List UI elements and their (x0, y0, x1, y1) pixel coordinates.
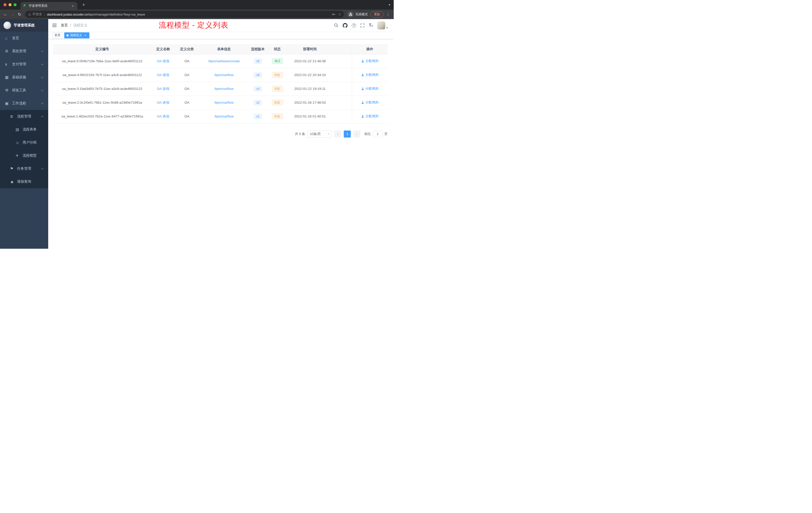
page-size-value: 10条/页 (310, 132, 321, 136)
definition-name-link[interactable]: OA 请假 (157, 87, 170, 91)
sidebar-item-icon: ☺ (16, 141, 22, 145)
status-badge: 挂起 (272, 72, 283, 78)
sidebar-item-label: 首页 (12, 36, 19, 40)
sidebar-item-payment-management[interactable]: ¥ 支付管理 (0, 58, 48, 71)
address-bar[interactable]: ⚠ 不安全 | dashboard.yudao.iocoder.cn/bpm/m… (25, 11, 344, 18)
window-zoom-button[interactable] (13, 3, 17, 6)
browser-menu-icon[interactable]: ⋮ (386, 12, 391, 17)
sidebar-item-process-management[interactable]: ≣ 流程管理 (0, 110, 48, 123)
fullscreen-icon[interactable] (360, 23, 365, 28)
user-icon (361, 59, 364, 63)
sidebar-item-workflow[interactable]: ▣ 工作流程 (0, 97, 48, 110)
sidebar-item-label: 流程管理 (17, 114, 31, 119)
sidebar-item-process-model[interactable]: ✈ 流程模型 (0, 149, 48, 162)
cell-deploy-time: 2022-01-16 17:46:53 (288, 96, 332, 110)
sidebar-item-label: 工作流程 (12, 101, 26, 105)
omnibox-divider: | (44, 12, 45, 16)
sidebar-item-label: 系统管理 (12, 49, 26, 54)
reload-button[interactable]: ↻ (16, 11, 23, 18)
browser-update-button[interactable]: 更新 (370, 11, 384, 18)
tag-home[interactable]: 首页 × (52, 32, 63, 38)
breadcrumb-separator: / (70, 23, 71, 27)
status-badge: 挂起 (272, 100, 283, 105)
sidebar-item-label: 基础设施 (12, 75, 26, 80)
search-icon[interactable] (334, 23, 339, 28)
column-header-form: 表单信息 (199, 44, 249, 54)
sidebar: 芋道管理系统 ⌂ 首页 ⚙ 系统管理 ¥ 支付管理 (0, 19, 48, 249)
breadcrumb-home[interactable]: 首页 (61, 23, 68, 28)
form-info-link[interactable]: /bpm/oa/flow (214, 115, 234, 118)
assign-rule-link[interactable]: 分配规则 (361, 59, 378, 63)
cell-deploy-time: 2022-01-22 19:19:11 (288, 82, 332, 96)
security-label[interactable]: 不安全 (32, 12, 42, 17)
sidebar-item-icon: ⚙ (5, 49, 11, 54)
sidebar-item-task-management[interactable]: ⚑ 任务管理 (0, 162, 48, 175)
password-key-icon[interactable] (332, 12, 336, 16)
definition-name-link[interactable]: OA 请假 (157, 73, 170, 77)
sidebar-item-label: 请假查询 (17, 179, 31, 184)
chevron-icon (41, 63, 44, 65)
sidebar-item-label: 流程表单 (23, 127, 37, 132)
goto-unit-label: 页 (384, 132, 388, 136)
form-info-link[interactable]: /bpm/oa/flow (214, 87, 234, 91)
sidebar-item-process-form[interactable]: ▤ 流程表单 (0, 123, 48, 136)
tag-process-definition[interactable]: 流程定义 × (64, 32, 89, 38)
sidebar-item-user-group[interactable]: ☺ 用户分组 (0, 136, 48, 149)
user-menu[interactable]: ▾ (377, 21, 388, 30)
next-page-button[interactable]: › (353, 130, 360, 138)
tag-close-icon[interactable]: × (84, 34, 87, 37)
new-tab-button[interactable]: + (80, 1, 87, 8)
back-button[interactable]: ← (2, 11, 9, 18)
user-icon (361, 73, 364, 77)
cell-definition-id: oa_leave:3:1fad3d93-7b75-11ec-a3c8-acde4… (53, 82, 151, 96)
window-close-button[interactable] (3, 3, 6, 6)
browser-tab[interactable]: 芋道管理系统 × (21, 2, 77, 9)
sidebar-item-home[interactable]: ⌂ 首页 (0, 32, 48, 45)
help-icon[interactable]: ? (352, 23, 356, 28)
forward-button[interactable]: → (9, 11, 16, 18)
bookmark-star-icon[interactable]: ☆ (338, 12, 342, 17)
cell-category: OA (175, 96, 199, 110)
assign-rule-link[interactable]: 分配规则 (361, 114, 378, 118)
form-info-link[interactable]: /bpm/oa/flow (214, 101, 234, 104)
sidebar-item-icon: ▦ (5, 75, 11, 80)
url-host: dashboard.yudao.iocoder.cn (47, 12, 88, 16)
column-header-category: 定义分类 (175, 44, 199, 54)
sidebar-item-leave-query[interactable]: ☻ 请假查询 (0, 175, 48, 188)
window-minimize-button[interactable] (8, 3, 11, 6)
definition-name-link[interactable]: OA 请假 (157, 101, 170, 104)
page-number-button[interactable]: 1 (344, 130, 351, 138)
prev-page-button[interactable]: ‹ (334, 130, 341, 138)
tab-title: 芋道管理系统 (29, 4, 71, 8)
sidebar-item-dev-tools[interactable]: ⚒ 研发工具 (0, 84, 48, 97)
column-header-version: 流程版本 (249, 44, 267, 54)
sidebar-item-icon: ≣ (10, 114, 16, 119)
definition-name-link[interactable]: OA 请假 (157, 115, 170, 118)
cell-category: OA (175, 110, 199, 123)
sidebar-item-system-management[interactable]: ⚙ 系统管理 (0, 45, 48, 58)
definition-name-link[interactable]: OA 请假 (157, 59, 170, 63)
column-header-name: 定义名称 (151, 44, 175, 54)
cell-category: OA (175, 68, 199, 82)
cell-definition-id: oa_leave:2:3c1f0ef1-76b1-11ec-9c66-a2380… (53, 96, 151, 110)
user-icon (361, 115, 364, 118)
page-size-select[interactable]: 10条/页 ▾ (308, 130, 332, 138)
tab-close-icon[interactable]: × (71, 4, 75, 8)
tab-search-chevron-icon[interactable]: ▾ (389, 3, 390, 6)
sidebar-toggle-icon[interactable] (52, 23, 57, 27)
assign-rule-link[interactable]: 分配规则 (361, 86, 378, 91)
assign-rule-link[interactable]: 分配规则 (361, 72, 378, 77)
chevron-icon (41, 76, 44, 78)
goto-page-input[interactable] (373, 131, 383, 137)
github-icon[interactable] (343, 23, 348, 28)
form-info-link[interactable]: /bpm/oa/flow (214, 73, 234, 77)
assign-rule-link[interactable]: 分配规则 (361, 100, 378, 105)
sidebar-item-infrastructure[interactable]: ▦ 基础设施 (0, 71, 48, 84)
incognito-label: 无痕模式 (355, 12, 368, 17)
table-row: oa_leave:4:991f2193-7b7f-11ec-a3c8-acde4… (53, 68, 388, 82)
font-size-icon[interactable]: TT (369, 23, 373, 28)
app-logo[interactable]: 芋道管理系统 (0, 19, 48, 32)
form-info-link[interactable]: /bpm/oa/leave/create (208, 59, 240, 63)
active-tag-dot (66, 34, 68, 36)
user-avatar[interactable] (377, 21, 385, 30)
